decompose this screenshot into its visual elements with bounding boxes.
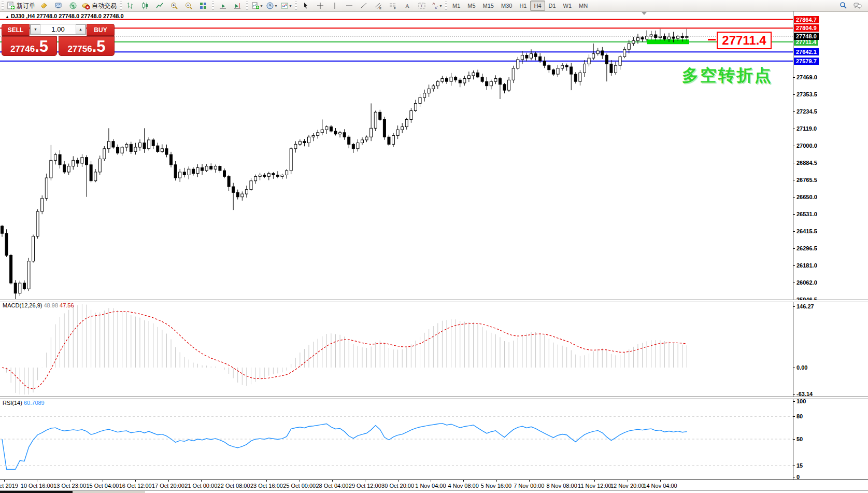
time-axis-label: 17 Oct 20:00 xyxy=(152,483,184,489)
equidistant-channel-button[interactable]: E xyxy=(371,0,386,11)
text-label-button[interactable]: T xyxy=(415,0,429,11)
price-axis-tick[interactable]: 27234.5 xyxy=(796,108,817,115)
symbol-marker-icon: ▲ xyxy=(5,15,9,19)
price-axis-tick[interactable]: 26531.0 xyxy=(796,211,817,217)
rsi-axis-tick[interactable]: 100 xyxy=(796,398,806,404)
timeframe-h1-button[interactable]: H1 xyxy=(516,1,530,11)
time-axis-tick-mark xyxy=(70,480,70,482)
text-button[interactable]: A xyxy=(400,0,415,11)
price-axis-tick[interactable]: 26650.0 xyxy=(796,194,817,200)
time-axis-label: 21 Oct 00:00 xyxy=(184,483,217,489)
turning-point-annotation[interactable]: 多空转折点 xyxy=(682,64,773,87)
zoom-out-button[interactable] xyxy=(181,0,196,11)
price-axis-tick-mark xyxy=(793,214,795,215)
auto-trading-button[interactable]: 自动交易 xyxy=(80,0,118,11)
candlestick-chart-button[interactable] xyxy=(138,0,152,11)
time-axis-tick-mark xyxy=(628,480,628,482)
fibonacci-button[interactable]: F xyxy=(386,0,400,11)
timeframe-d1-button[interactable]: D1 xyxy=(545,1,560,11)
price-axis-tick-mark xyxy=(793,77,795,78)
level-price-chip: 27579.7 xyxy=(794,58,819,65)
data-window-button[interactable] xyxy=(51,0,66,11)
time-axis-tick-mark xyxy=(103,480,103,482)
dropdown-arrow-icon[interactable]: ▾ xyxy=(275,4,277,8)
volume-decrease-button[interactable]: ▼ xyxy=(31,24,40,34)
time-axis-label: 16 Oct 12:00 xyxy=(119,483,152,489)
cursor-button[interactable] xyxy=(298,0,313,11)
templates-button[interactable]: ▾ xyxy=(279,0,293,11)
rsi-axis-tick[interactable]: 0 xyxy=(796,474,800,480)
auto-scroll-icon xyxy=(219,2,227,10)
price-axis-tick[interactable]: 26296.5 xyxy=(796,245,817,251)
line-chart-button[interactable] xyxy=(152,0,167,11)
indicators-button[interactable]: ▾ xyxy=(250,0,264,11)
rsi-axis-tick[interactable]: 80 xyxy=(796,413,803,419)
text-icon: A xyxy=(403,2,411,10)
crosshair-button[interactable] xyxy=(313,0,328,11)
periods-button[interactable]: ▾ xyxy=(264,0,279,11)
price-axis-tick[interactable]: 27000.0 xyxy=(796,143,817,149)
tile-windows-icon xyxy=(199,2,207,10)
price-axis-tick[interactable]: 27119.0 xyxy=(796,125,817,132)
chart-shift-button[interactable] xyxy=(230,0,245,11)
rsi-plot[interactable] xyxy=(0,398,793,480)
dropdown-arrow-icon[interactable]: ▾ xyxy=(260,4,262,8)
rsi-axis-tick[interactable]: 15 xyxy=(796,462,803,469)
time-axis-label: 28 Oct 04:00 xyxy=(316,483,349,489)
rsi-axis-tick-mark xyxy=(793,439,795,440)
buy-button[interactable]: BUY xyxy=(87,24,115,36)
chat-button[interactable] xyxy=(850,0,865,11)
price-axis-tick[interactable]: 27353.5 xyxy=(796,91,817,97)
sell-price-button[interactable]: 27746.5 xyxy=(2,36,57,56)
price-axis-tick[interactable]: 26765.5 xyxy=(796,177,817,183)
volume-stepper: ▼ 1.00 ▲ xyxy=(30,24,86,35)
sell-button[interactable]: SELL xyxy=(2,24,30,36)
dropdown-arrow-icon[interactable]: ▾ xyxy=(289,4,291,8)
macd-axis-tick[interactable]: 146.27 xyxy=(796,303,814,309)
macd-axis-tick[interactable]: 0.00 xyxy=(796,364,807,371)
signals-button[interactable] xyxy=(66,0,80,11)
chart-shift-marker-icon[interactable] xyxy=(642,12,647,15)
new-order-button[interactable]: 新订单 xyxy=(5,0,37,11)
trendline-button[interactable] xyxy=(357,0,371,11)
main-chart-plot[interactable] xyxy=(0,11,793,300)
price-callout-label[interactable]: 27711.4 xyxy=(717,32,772,49)
price-axis-tick[interactable]: 26415.5 xyxy=(796,228,817,234)
arrows-button[interactable]: ▾ xyxy=(429,0,444,11)
market-watch-button[interactable] xyxy=(37,0,51,11)
rsi-axis-tick[interactable]: 50 xyxy=(796,436,803,442)
timeframe-m15-button[interactable]: M15 xyxy=(479,1,497,11)
time-axis[interactable]: 9 Oct 201910 Oct 16:0013 Oct 23:0015 Oct… xyxy=(0,480,868,490)
timeframe-m5-button[interactable]: M5 xyxy=(464,1,479,11)
tile-windows-button[interactable] xyxy=(196,0,210,11)
bar-chart-button[interactable] xyxy=(123,0,138,11)
time-axis-tick-mark xyxy=(300,480,300,482)
price-axis-tick-mark xyxy=(793,94,795,95)
macd-plot[interactable] xyxy=(0,301,793,397)
level-price-chip: 27864.7 xyxy=(794,16,819,23)
volume-increase-button[interactable]: ▲ xyxy=(76,24,86,34)
toolbar-grip xyxy=(295,2,297,10)
volume-input[interactable]: 1.00 xyxy=(40,24,76,34)
timeframe-m1-button[interactable]: M1 xyxy=(449,1,464,11)
dropdown-arrow-icon[interactable]: ▾ xyxy=(439,4,442,8)
one-click-trade-panel: SELL ▼ 1.00 ▲ BUY 27746.5 27756.5 xyxy=(2,24,115,56)
price-axis-tick[interactable]: 27469.0 xyxy=(796,74,817,80)
price-axis-tick[interactable]: 26884.5 xyxy=(796,160,817,166)
price-axis-tick[interactable]: 26062.0 xyxy=(796,279,817,286)
price-axis-tick[interactable]: 26181.0 xyxy=(796,262,817,269)
auto-scroll-button[interactable] xyxy=(216,0,230,11)
macd-value-main: 48.98 xyxy=(44,302,58,308)
zoom-in-button[interactable] xyxy=(167,0,181,11)
timeframe-w1-button[interactable]: W1 xyxy=(560,1,576,11)
horizontal-line-button[interactable] xyxy=(342,0,357,11)
current-price-chip: 27748.0 xyxy=(794,33,819,40)
time-axis-label: 8 Nov 08:00 xyxy=(546,483,577,489)
auto-trading-icon xyxy=(82,2,90,10)
search-button[interactable] xyxy=(836,0,850,11)
timeframe-h4-button[interactable]: H4 xyxy=(530,1,545,11)
vertical-line-button[interactable] xyxy=(328,0,342,11)
timeframe-m30-button[interactable]: M30 xyxy=(497,1,516,11)
timeframe-mn-button[interactable]: MN xyxy=(575,1,591,11)
buy-price-button[interactable]: 27756.5 xyxy=(59,36,115,56)
